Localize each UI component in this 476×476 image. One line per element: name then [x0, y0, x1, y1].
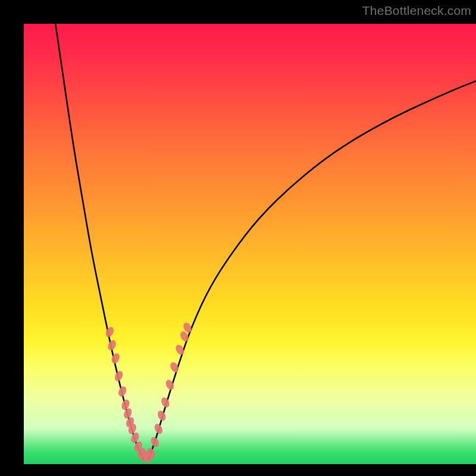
curve-right-branch — [148, 81, 476, 459]
marker-point — [149, 436, 161, 449]
plot-area — [24, 24, 476, 464]
marker-point — [110, 352, 121, 365]
curve-left-branch — [55, 24, 143, 460]
chart-frame: TheBottleneck.com — [0, 0, 476, 476]
marker-point — [113, 369, 124, 382]
marker-point — [104, 325, 115, 338]
chart-svg — [24, 24, 476, 464]
marker-point — [159, 396, 171, 409]
marker-point — [107, 339, 117, 352]
curve-lines — [55, 24, 476, 460]
watermark-text: TheBottleneck.com — [362, 4, 471, 18]
sample-markers — [104, 321, 193, 463]
marker-point — [153, 422, 164, 436]
marker-point — [117, 385, 127, 397]
marker-point — [156, 409, 167, 422]
